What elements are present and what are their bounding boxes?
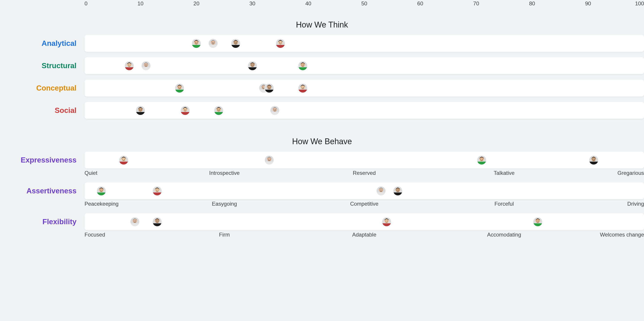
avatar[interactable] (125, 61, 134, 70)
svg-point-77 (141, 109, 142, 110)
dimension-row: Flexibility FocusedFirmAdaptableAccom (0, 213, 644, 239)
avatar[interactable] (298, 61, 307, 70)
anchor-row: PeacekeepingEasygoingCompetitiveForceful… (84, 201, 644, 208)
section-title: How We Think (0, 20, 644, 30)
avatar[interactable] (153, 217, 162, 226)
svg-point-118 (592, 159, 593, 160)
axis-tick: 80 (529, 0, 535, 7)
svg-point-46 (302, 64, 302, 65)
svg-rect-140 (393, 192, 402, 195)
avatar[interactable] (376, 186, 386, 195)
avatar[interactable] (298, 84, 307, 92)
svg-point-89 (219, 109, 220, 110)
svg-point-64 (268, 87, 269, 88)
svg-point-112 (480, 159, 481, 160)
axis-tick: 70 (473, 0, 479, 7)
avatar[interactable] (119, 156, 128, 164)
avatar[interactable] (276, 39, 285, 48)
dimension-lane (84, 35, 644, 52)
svg-rect-152 (153, 223, 162, 226)
avatar[interactable] (248, 61, 257, 70)
avatar[interactable] (142, 61, 150, 70)
dimension-label: Social (0, 102, 84, 119)
svg-rect-92 (270, 112, 279, 115)
svg-point-4 (195, 42, 196, 43)
dimension-label: Expressiveness (0, 152, 84, 168)
anchor-row: FocusedFirmAdaptableAccomodatingWelcomes… (84, 232, 644, 239)
svg-rect-122 (97, 192, 106, 195)
svg-point-166 (537, 221, 537, 221)
anchor-label: Adaptable (352, 232, 376, 238)
anchor-row: QuietIntrospectiveReservedTalkativeGrega… (84, 170, 644, 177)
dimension-label: Assertiveness (0, 182, 84, 200)
avatar[interactable] (214, 106, 223, 115)
avatar[interactable] (192, 39, 201, 48)
anchor-label: Quiet (84, 170, 97, 176)
avatar[interactable] (181, 106, 190, 115)
avatar[interactable] (231, 39, 240, 48)
anchor-label: Talkative (494, 170, 514, 176)
avatar[interactable] (393, 186, 402, 195)
avatar[interactable] (209, 39, 218, 48)
svg-point-155 (158, 221, 158, 221)
anchor-label: Welcomes change (600, 232, 644, 238)
svg-point-65 (270, 87, 270, 88)
anchor-label: Forceful (494, 201, 514, 207)
anchor-label: Peacekeeping (84, 201, 118, 207)
svg-point-88 (218, 109, 218, 110)
section-title: How We Behave (0, 137, 644, 146)
avatar[interactable] (265, 156, 274, 164)
svg-point-71 (303, 87, 304, 88)
svg-point-82 (184, 109, 185, 110)
svg-rect-80 (181, 112, 190, 115)
svg-rect-86 (214, 112, 223, 115)
dimension-row: Expressiveness QuietIntrospectiveRese (0, 152, 644, 177)
dimension-lane (84, 213, 644, 230)
dimension-row: Assertiveness PeacekeepingEasygoingCo (0, 182, 644, 208)
dimension-lane (84, 80, 644, 96)
axis-tick: 100 (635, 0, 644, 7)
axis-tick: 50 (361, 0, 368, 7)
svg-point-28 (128, 64, 129, 65)
avatar[interactable] (382, 217, 391, 226)
svg-rect-44 (298, 67, 307, 70)
avatar[interactable] (477, 156, 486, 164)
svg-point-113 (482, 159, 483, 160)
dimension-label: Conceptual (0, 80, 84, 96)
svg-point-101 (124, 159, 125, 160)
svg-point-148 (134, 221, 134, 221)
svg-point-161 (387, 221, 388, 221)
svg-rect-50 (175, 90, 184, 92)
svg-point-29 (130, 64, 130, 65)
dimension-row: Social (0, 102, 644, 119)
avatar[interactable] (270, 106, 279, 115)
svg-point-52 (178, 87, 179, 88)
anchor-label: Reserved (353, 170, 376, 176)
svg-rect-98 (119, 162, 128, 164)
svg-point-17 (236, 42, 237, 43)
avatar[interactable] (153, 186, 162, 195)
svg-rect-164 (533, 223, 542, 226)
svg-point-107 (270, 159, 270, 160)
svg-rect-32 (142, 67, 150, 70)
svg-point-47 (303, 64, 304, 65)
anchor-label: Accomodating (487, 232, 521, 238)
avatar[interactable] (130, 217, 139, 226)
avatar[interactable] (589, 156, 598, 164)
anchor-label: Introspective (209, 170, 240, 176)
avatar[interactable] (97, 186, 106, 195)
avatar[interactable] (136, 106, 145, 115)
dimension-lane (84, 152, 644, 168)
axis-tick: 10 (138, 0, 144, 7)
svg-point-95 (275, 109, 276, 110)
svg-point-143 (398, 190, 399, 190)
svg-point-125 (102, 190, 103, 190)
svg-point-100 (122, 159, 123, 160)
axis-tick: 60 (417, 0, 423, 7)
avatar[interactable] (175, 84, 184, 92)
avatar[interactable] (533, 217, 542, 226)
svg-rect-14 (231, 45, 240, 48)
axis-tick: 40 (305, 0, 311, 7)
svg-point-142 (397, 190, 397, 190)
avatar[interactable] (265, 84, 274, 92)
